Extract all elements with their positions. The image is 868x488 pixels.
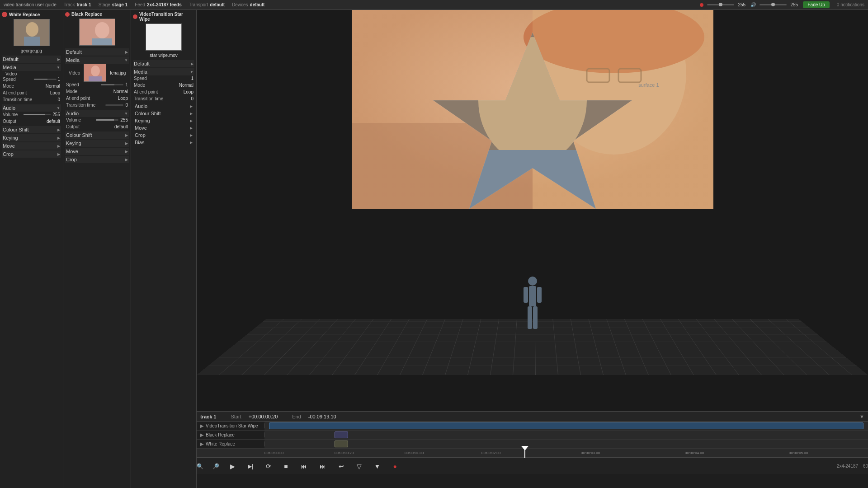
fade-up-button[interactable]: Fade Up [803, 1, 829, 8]
play-to-button[interactable]: ▶| [246, 462, 255, 470]
audio-label: Audio [3, 105, 15, 111]
rewind-button[interactable]: ↩ [337, 462, 346, 471]
black-volume-bar[interactable] [96, 119, 118, 121]
audio-section[interactable]: Audio ▼ [2, 104, 61, 112]
black-speed-bar[interactable] [101, 84, 123, 85]
move-arrow: ▶ [57, 144, 60, 148]
star-mode-value: Normal [179, 83, 193, 88]
expand-icon[interactable]: ▼ [859, 414, 864, 419]
black-crop-label: Crop [66, 157, 77, 162]
black-audio-section[interactable]: Audio ▼ [65, 110, 129, 117]
marker-in-button[interactable]: ▽ [355, 462, 363, 471]
volume-bar[interactable] [24, 114, 51, 115]
black-replace-title: Black Replace [71, 12, 102, 17]
star-media-section[interactable]: Media ▼ [133, 68, 194, 75]
black-transition-bar[interactable] [105, 104, 123, 106]
ruler-tick-0: 00:00:00.00 [264, 451, 283, 455]
black-replace-track-name: Black Replace [206, 432, 235, 437]
preview-area: surface 1 [197, 10, 868, 488]
black-colour-shift-section[interactable]: Colour Shift ▶ [65, 131, 129, 139]
stop-button[interactable]: ■ [282, 462, 289, 471]
top-bar: video transition user guide Track track … [0, 0, 868, 10]
mode-value: Normal [46, 84, 60, 89]
white-replace-track-expand[interactable]: ▶ [200, 441, 204, 446]
move-section[interactable]: Move ▶ [2, 142, 61, 150]
star-keying-section[interactable]: Keying ▶ [133, 117, 194, 124]
star-wipe-svg [352, 10, 713, 209]
star-crop-section[interactable]: Crop ▶ [133, 131, 194, 139]
black-replace-track-expand[interactable]: ▶ [200, 432, 204, 437]
zoom-in-icon[interactable]: 🔍 [197, 463, 203, 469]
star-audio-label: Audio [135, 103, 147, 109]
black-keying-section[interactable]: Keying ▶ [65, 140, 129, 147]
marker-out-button[interactable]: ▼ [373, 462, 382, 471]
default-section[interactable]: Default ▶ [2, 56, 61, 63]
black-volume-row: Volume 255 [65, 117, 129, 123]
star-wipe-track-content[interactable] [264, 422, 868, 430]
move-label: Move [3, 143, 15, 149]
prev-button[interactable]: ⏮ [299, 462, 309, 471]
ruler-tick-2: 00:00:01.00 [405, 451, 424, 455]
transition-time-row: Transition time 0 [2, 97, 61, 103]
star-keying-label: Keying [135, 118, 150, 123]
star-wipe-close-button[interactable] [133, 14, 137, 19]
white-replace-close-button[interactable] [2, 12, 7, 17]
crop-section[interactable]: Crop ▶ [2, 150, 61, 158]
black-replace-panel: Black Replace Default ▶ Media ▼ Video [63, 10, 131, 488]
colour-shift-section[interactable]: Colour Shift ▶ [2, 126, 61, 133]
star-wipe-filename: star wipe.mov [134, 53, 193, 58]
black-at-end-point-value: Loop [118, 96, 128, 101]
keying-arrow: ▶ [57, 136, 60, 140]
next-button[interactable]: ⏭ [318, 462, 328, 471]
star-move-label: Move [135, 125, 147, 131]
svg-rect-26 [537, 287, 542, 303]
white-replace-track-label: ▶ White Replace [197, 441, 264, 446]
volume-slider-2[interactable] [760, 4, 787, 5]
volume-slider-1[interactable] [707, 4, 734, 5]
volume-1-value: 255 [738, 2, 747, 7]
george-thumbnail [14, 19, 50, 46]
black-media-section[interactable]: Media ▼ [65, 56, 129, 64]
star-wipe-track-expand[interactable]: ▶ [200, 423, 204, 428]
star-move-section[interactable]: Move ▶ [133, 124, 194, 131]
white-replace-title: White Replace [9, 12, 40, 17]
black-default-section[interactable]: Default ▶ [65, 48, 129, 56]
crop-arrow: ▶ [57, 152, 60, 156]
speed-bar[interactable] [34, 79, 57, 80]
default-label: Default [3, 56, 19, 62]
white-replace-track-content[interactable] [264, 440, 868, 448]
volume-label: Volume [3, 112, 18, 117]
stage-info: Stage stage 1 [99, 2, 128, 7]
black-mode-value: Normal [113, 89, 128, 94]
svg-point-23 [528, 277, 537, 286]
output-value: default [47, 119, 60, 124]
video-label: Video [5, 71, 17, 76]
black-crop-section[interactable]: Crop ▶ [65, 156, 129, 163]
surface-label: surface 1 [638, 82, 659, 88]
play-button[interactable]: ▶ [228, 462, 237, 471]
star-default-section[interactable]: Default ▶ [133, 60, 194, 67]
black-move-section[interactable]: Move ▶ [65, 148, 129, 155]
svg-rect-8 [89, 76, 102, 82]
black-thumb-container [65, 19, 129, 46]
black-replace-track-content[interactable] [264, 431, 868, 439]
loop-button[interactable]: ⟳ [264, 462, 273, 471]
record-button[interactable]: ● [391, 462, 398, 471]
star-default-label: Default [134, 61, 150, 66]
star-speed-row: Speed 1 [133, 75, 194, 81]
star-colour-shift-section[interactable]: Colour Shift ▶ [133, 110, 194, 117]
black-replace-thumbnail [79, 19, 115, 46]
black-speed-value: 1 [125, 82, 128, 87]
media-section[interactable]: Media ▼ [2, 64, 61, 71]
star-audio-section[interactable]: Audio ▶ [133, 103, 194, 110]
black-transition-container: 0 [105, 103, 128, 108]
black-speed-container: 1 [101, 82, 128, 87]
transition-time-label: Transition time [3, 97, 32, 102]
keying-section[interactable]: Keying ▶ [2, 134, 61, 141]
star-wipe-header: VideoTransition Star Wipe [133, 12, 194, 22]
svg-rect-5 [92, 38, 112, 46]
star-bias-section[interactable]: Bias ▶ [133, 139, 194, 146]
zoom-out-icon[interactable]: 🔎 [212, 463, 219, 469]
black-keying-label: Keying [66, 141, 81, 146]
black-replace-close-button[interactable] [65, 12, 70, 17]
